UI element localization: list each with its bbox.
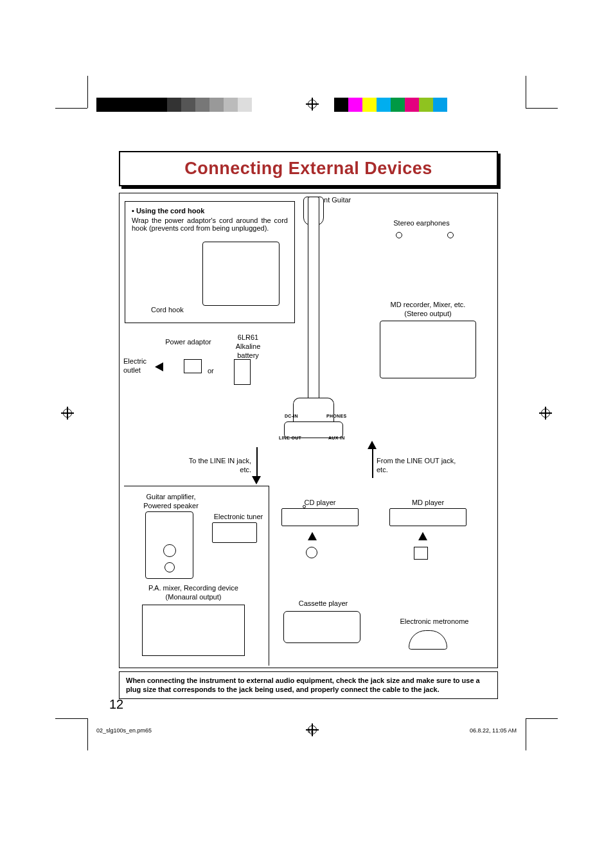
cordhook-note-box: • Using the cord hook Wrap the power ada… — [125, 201, 295, 323]
footer-file: 02_slg100s_en.pm65 — [96, 727, 152, 734]
warning-note: When connecting the instrument to extern… — [119, 671, 498, 699]
label-cd-player: CD player — [288, 499, 352, 508]
pa-mixer-icon — [142, 605, 245, 656]
arrow-down-icon — [252, 476, 261, 484]
label-from-line-out: From the LINE OUT jack, etc. — [377, 457, 486, 475]
cd-player-icon — [281, 508, 359, 526]
earphone-icon — [396, 232, 402, 238]
label-cassette-player: Cassette player — [288, 599, 359, 608]
label-battery: 6LR61 Alkaline battery — [229, 333, 267, 360]
label-electric-outlet: Electric outlet — [123, 357, 159, 375]
md-recorder-icon — [380, 321, 476, 378]
registration-target-icon — [306, 98, 319, 111]
earphone-icon — [447, 232, 454, 238]
label-electronic-tuner: Electronic tuner — [209, 513, 267, 522]
label-stereo-earphones: Stereo earphones — [383, 219, 460, 228]
cordhook-label: Cord hook — [151, 306, 184, 315]
grayscale-calibration-bar — [96, 98, 252, 112]
label-guitar-amp: Guitar amplifier, Powered speaker — [132, 493, 209, 511]
registration-target-icon — [539, 407, 552, 420]
cordhook-heading: • Using the cord hook — [132, 207, 288, 215]
guitar-neck-icon — [308, 197, 319, 409]
metronome-icon — [409, 630, 447, 650]
jack-label-lineout: LINE OUT — [279, 436, 301, 440]
electronic-tuner-icon — [212, 522, 257, 543]
label-md-recorder: MD recorder, Mixer, etc. — [373, 301, 483, 310]
color-calibration-bar — [334, 98, 447, 112]
label-to-line-in: To the LINE IN jack, etc. — [155, 457, 251, 475]
arrow-up-icon — [418, 532, 427, 540]
arrow-up-icon — [368, 441, 377, 449]
page-number: 12 — [109, 697, 123, 712]
powered-speaker-icon — [145, 511, 193, 579]
jack-label-dcin: DC-IN — [285, 414, 298, 418]
cassette-player-icon — [283, 611, 360, 643]
footer: 02_slg100s_en.pm65 12 06.8.22, 11:05 AM — [96, 727, 517, 734]
connection-diagram: Silent Guitar DC-IN PHONES LINE OUT AUX … — [119, 193, 498, 668]
footer-timestamp: 06.8.22, 11:05 AM — [470, 727, 517, 734]
minidisc-icon — [414, 547, 428, 560]
page-title: Connecting External Devices — [119, 151, 498, 186]
label-power-adaptor: Power adaptor — [159, 338, 217, 347]
jack-label-auxin: AUX IN — [328, 436, 345, 440]
label-pa-mixer: P.A. mixer, Recording device (Monaural o… — [132, 584, 254, 602]
md-player-icon — [389, 508, 466, 526]
battery-icon — [234, 359, 251, 385]
jack-label-phones: PHONES — [326, 414, 346, 418]
arrow-up-icon — [308, 532, 317, 540]
label-or: or — [208, 367, 214, 376]
label-md-player: MD player — [396, 499, 460, 508]
cordhook-illustration-icon — [202, 242, 280, 306]
disc-icon — [306, 547, 317, 558]
footer-page: 12 — [308, 727, 314, 734]
arrow-left-icon — [155, 362, 163, 371]
cordhook-body: Wrap the power adaptor's cord around the… — [132, 217, 288, 232]
label-stereo-output: (Stereo output) — [373, 310, 483, 319]
page-title-text: Connecting External Devices — [184, 159, 432, 179]
label-electronic-metronome: Electronic metronome — [389, 617, 479, 626]
registration-target-icon — [61, 407, 74, 420]
power-adaptor-icon — [184, 359, 202, 373]
